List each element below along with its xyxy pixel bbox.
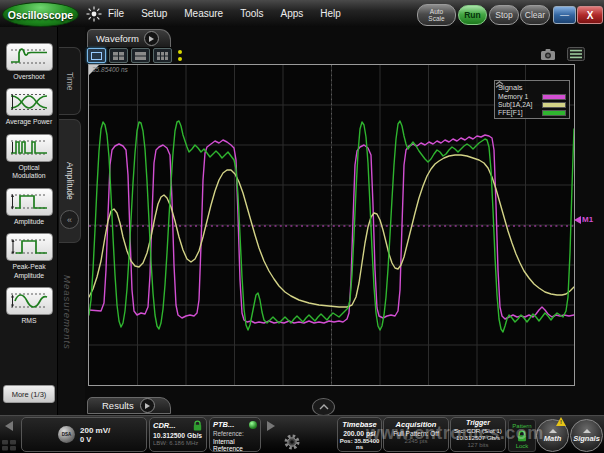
peakpeak-icon [6, 233, 53, 261]
legend-entry-memory-1: Memory 1 [498, 93, 566, 100]
measurement-average-power[interactable]: Average Power [1, 88, 57, 126]
pattern-lock-label1: Pattern [512, 423, 531, 429]
scroll-right-button[interactable] [263, 418, 279, 434]
layout-grid-button[interactable] [153, 48, 172, 63]
legend-entry-label: Memory 1 [498, 93, 528, 100]
trigger-panel[interactable]: Trigger Src: CDR (Slot 1) 10.312507 Gb/s… [450, 417, 506, 452]
dsa-badge: DSA [58, 426, 75, 443]
trigger-source: Src: CDR (Slot 1) [452, 427, 504, 434]
tab-waveform[interactable]: Waveform [87, 29, 171, 47]
acquisition-title: Acquisition [385, 420, 447, 429]
signals-legend: Signals Memory 1Sub[1A,2A]FFE[F1] [494, 80, 570, 119]
cdr-rate: 10.312500 Gb/s [153, 432, 203, 439]
acquisition-points: 2345 pts [385, 438, 447, 444]
ptb-reference-label: Reference: [213, 430, 257, 437]
measurement-rms[interactable]: RMS [1, 287, 57, 325]
menu-item-setup[interactable]: Setup [141, 8, 167, 19]
clear-button[interactable]: Clear [520, 5, 550, 25]
layout-single-button[interactable] [87, 48, 106, 63]
legend-collapse-icon[interactable] [495, 81, 504, 88]
timebase-panel[interactable]: Timebase 200.00 ps/ Pos: 35.85400 ns [337, 417, 382, 452]
tab-time[interactable]: Time [59, 47, 81, 115]
menu-item-measure[interactable]: Measure [184, 8, 223, 19]
sidebar-collapse-button[interactable]: « [60, 210, 79, 229]
minimize-button[interactable]: — [553, 6, 576, 24]
plot-menu-icon[interactable] [567, 47, 585, 65]
legend-entry-ffe-f1: FFE[F1] [498, 109, 566, 116]
cdr-lbw: LBW: 6.186 MHz [153, 440, 203, 446]
menu-item-apps[interactable]: Apps [281, 8, 304, 19]
menu-item-help[interactable]: Help [320, 8, 341, 19]
screenshot-camera-icon[interactable] [540, 47, 556, 65]
tab-results[interactable]: Results [87, 397, 171, 414]
channel-scale: 200 mV/ [80, 426, 110, 435]
measurement-overshoot[interactable]: Overshoot [1, 43, 57, 81]
timebase-position: Pos: 35.85400 ns [339, 438, 380, 450]
pattern-lock-icon [516, 430, 528, 442]
marker-m1-arrow-icon [574, 216, 581, 224]
marker-dot-icon[interactable] [178, 57, 182, 61]
measurement-peak-peak-amplitude[interactable]: Peak-Peak Amplitude [1, 233, 57, 280]
settings-gear-icon[interactable] [282, 432, 302, 453]
acquisition-panel[interactable]: Acquisition Full Pattern: Off 2345 pts [383, 417, 449, 452]
marker-dot-icon[interactable] [178, 50, 182, 54]
timebase-scale: 200.00 ps/ [339, 430, 380, 437]
keypad-icon[interactable] [2, 437, 16, 453]
auto-scale-button[interactable]: AutoScale [417, 4, 456, 26]
marker-m1-label: M1 [582, 215, 593, 224]
optical-icon [6, 134, 53, 162]
signals-button[interactable]: Signals [570, 419, 603, 452]
stop-button[interactable]: Stop [489, 5, 519, 25]
ptb-status-led-icon [249, 421, 257, 429]
math-label: Math [544, 434, 562, 443]
marker-dots [178, 50, 182, 61]
acquisition-mode: Full Pattern: Off [385, 430, 447, 437]
measurement-amplitude[interactable]: Amplitude [1, 188, 57, 226]
scroll-left-button[interactable] [1, 418, 17, 434]
cdr-panel[interactable]: CDR... 10.312500 Gb/s LBW: 6.186 MHz [149, 417, 207, 452]
trigger-title: Trigger [452, 419, 504, 426]
measurement-list: OvershootAverage PowerOptical Modulation… [0, 27, 58, 415]
menu-item-file[interactable]: File [108, 8, 124, 19]
timebase-position-label: 35.85400 ns [92, 66, 128, 73]
layout-quad-button[interactable] [109, 48, 128, 63]
ptb-panel[interactable]: PTB... Reference: Internal Reference [209, 417, 261, 452]
overshoot-icon [6, 43, 53, 71]
close-button[interactable]: X [577, 6, 603, 24]
waveform-plot[interactable]: 35.85400 ns Signals Memory 1Sub[1A,2A]FF… [88, 64, 575, 386]
cdr-lock-icon [192, 420, 203, 431]
measurement-label: Amplitude [14, 218, 44, 226]
title-bar: Oscilloscope FileSetupMeasureToolsAppsHe… [0, 0, 604, 28]
results-tab-menu-icon[interactable] [140, 398, 155, 413]
trigger-rate: 10.312507 Gb/s [452, 434, 504, 441]
legend-entry-label: Sub[1A,2A] [498, 101, 532, 108]
settings-sun-icon[interactable] [86, 6, 102, 22]
waveform-tab-label: Waveform [96, 33, 139, 44]
more-measurements-button[interactable]: More (1/3) [3, 385, 55, 403]
waveform-tab-menu-icon[interactable] [144, 31, 159, 46]
measurement-label: Average Power [6, 118, 52, 126]
pattern-lock-button[interactable]: Pattern Lock [508, 419, 536, 452]
oscilloscope-logo: Oscilloscope [2, 2, 79, 27]
ptb-reference-value: Internal Reference [213, 438, 257, 452]
rms-icon [6, 287, 53, 315]
layout-stack-button[interactable] [131, 48, 150, 63]
measurement-label: RMS [21, 317, 36, 325]
menu-item-tools[interactable]: Tools [240, 8, 263, 19]
results-expand-button[interactable] [312, 398, 335, 416]
timebase-title: Timebase [339, 420, 380, 429]
math-up-arrow-icon [549, 429, 557, 433]
measurement-label: Optical Modulation [1, 164, 57, 181]
measurement-label: Peak-Peak Amplitude [1, 263, 57, 280]
cdr-title: CDR... [153, 421, 176, 430]
measurement-optical-modulation[interactable]: Optical Modulation [1, 134, 57, 181]
run-button[interactable]: Run [458, 5, 487, 25]
measurements-panel-title: Measurements [62, 275, 73, 415]
legend-color-swatch [542, 94, 566, 100]
channel-panel[interactable]: DSA 200 mV/ 0 V [21, 417, 147, 452]
menu-bar: FileSetupMeasureToolsAppsHelp [108, 0, 341, 27]
eye-icon [6, 88, 53, 116]
marker-m1[interactable]: M1 [574, 215, 593, 224]
amplitude-icon [6, 188, 53, 216]
instrument-bar: DSA 200 mV/ 0 V CDR... 10.312500 Gb/s LB… [0, 415, 604, 453]
